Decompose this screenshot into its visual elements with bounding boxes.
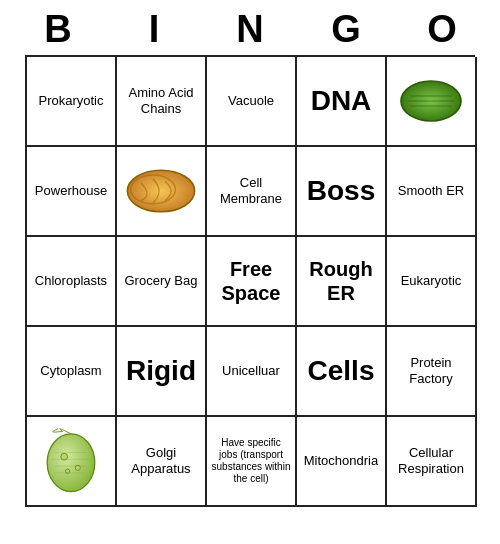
bingo-letter-I: I — [109, 8, 199, 51]
bingo-letter-B: B — [13, 8, 103, 51]
bingo-letter-O: O — [397, 8, 487, 51]
cell-text-22: Have specific jobs (transport substances… — [211, 437, 291, 485]
cell-text-5: Powerhouse — [35, 183, 107, 199]
cell-text-17: Unicelluar — [222, 363, 280, 379]
cell-text-23: Mitochondria — [304, 453, 378, 469]
cell-13: Rough ER — [297, 237, 387, 327]
mitochondria-image — [122, 152, 200, 230]
cell-text-18: Cells — [308, 354, 375, 388]
cell-text-7: Cell Membrane — [211, 175, 291, 206]
cell-18: Cells — [297, 327, 387, 417]
cell-text-16: Rigid — [126, 354, 196, 388]
cell-text-2: Vacuole — [228, 93, 274, 109]
cell-10: Chloroplasts — [27, 237, 117, 327]
cell-16: Rigid — [117, 327, 207, 417]
cell-9: Smooth ER — [387, 147, 477, 237]
cell-23: Mitochondria — [297, 417, 387, 507]
cell-22: Have specific jobs (transport substances… — [207, 417, 297, 507]
cell-4 — [387, 57, 477, 147]
cell-text-11: Grocery Bag — [125, 273, 198, 289]
cell-text-0: Prokaryotic — [38, 93, 103, 109]
cell-20 — [27, 417, 117, 507]
cell-text-24: Cellular Respiration — [391, 445, 471, 476]
cell-0: Prokaryotic — [27, 57, 117, 147]
svg-point-7 — [47, 434, 95, 492]
bingo-header: BINGO — [10, 0, 490, 55]
cell-text-13: Rough ER — [301, 257, 381, 305]
cell-17: Unicelluar — [207, 327, 297, 417]
cell-15: Cytoplasm — [27, 327, 117, 417]
cell-text-1: Amino Acid Chains — [121, 85, 201, 116]
chloroplast-image — [392, 62, 470, 140]
cell-21: Golgi Apparatus — [117, 417, 207, 507]
cell-1: Amino Acid Chains — [117, 57, 207, 147]
cell-text-21: Golgi Apparatus — [121, 445, 201, 476]
bingo-letter-G: G — [301, 8, 391, 51]
bingo-letter-N: N — [205, 8, 295, 51]
cell-text-10: Chloroplasts — [35, 273, 107, 289]
cell-19: Protein Factory — [387, 327, 477, 417]
cell-14: Eukaryotic — [387, 237, 477, 327]
cell-text-12: Free Space — [211, 257, 291, 305]
cell-8: Boss — [297, 147, 387, 237]
cell-12: Free Space — [207, 237, 297, 327]
cell-text-3: DNA — [311, 84, 372, 118]
cell-24: Cellular Respiration — [387, 417, 477, 507]
cell-5: Powerhouse — [27, 147, 117, 237]
cell-text-14: Eukaryotic — [401, 273, 462, 289]
cell-text-19: Protein Factory — [391, 355, 471, 386]
cell-6 — [117, 147, 207, 237]
cell-11: Grocery Bag — [117, 237, 207, 327]
cell-text-15: Cytoplasm — [40, 363, 101, 379]
cell-text-9: Smooth ER — [398, 183, 464, 199]
bacteria-image — [32, 422, 110, 500]
cell-7: Cell Membrane — [207, 147, 297, 237]
bingo-grid: ProkaryoticAmino Acid ChainsVacuoleDNA P… — [25, 55, 475, 507]
cell-text-8: Boss — [307, 174, 375, 208]
cell-3: DNA — [297, 57, 387, 147]
cell-2: Vacuole — [207, 57, 297, 147]
